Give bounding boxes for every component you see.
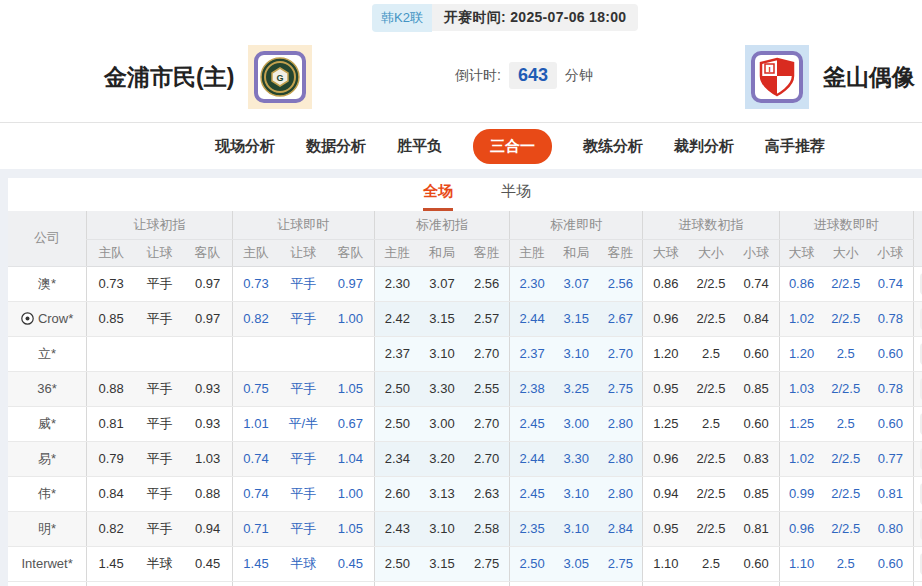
odds-cell[interactable]: 平手 bbox=[279, 266, 326, 301]
odds-cell[interactable]: 2.55 bbox=[464, 371, 509, 406]
odds-cell[interactable]: 2.38 bbox=[510, 371, 554, 406]
odds-cell[interactable]: 0.60 bbox=[734, 336, 779, 371]
odds-cell[interactable]: 平手 bbox=[135, 511, 183, 546]
odds-cell[interactable]: 3.10 bbox=[420, 511, 464, 546]
odds-cell[interactable]: 3.30 bbox=[420, 371, 464, 406]
odds-cell[interactable]: 2.30 bbox=[510, 266, 554, 301]
odds-cell[interactable]: 2.35 bbox=[510, 511, 554, 546]
odds-cell[interactable]: 1.10 bbox=[779, 546, 823, 581]
odds-cell[interactable]: 0.74 bbox=[734, 266, 779, 301]
odds-cell[interactable]: 平手 bbox=[279, 511, 326, 546]
odds-cell[interactable]: 2.5 bbox=[823, 406, 867, 441]
odds-cell[interactable]: 1.45 bbox=[232, 546, 279, 581]
odds-cell[interactable]: 平手 bbox=[279, 441, 326, 476]
odds-cell[interactable]: 半球 bbox=[135, 546, 183, 581]
odds-cell[interactable]: 0.95 bbox=[643, 371, 688, 406]
odds-cell[interactable]: 2.75 bbox=[598, 371, 642, 406]
detail-cell[interactable] bbox=[913, 441, 922, 476]
odds-cell[interactable]: 2.80 bbox=[598, 406, 642, 441]
detail-cell[interactable] bbox=[913, 266, 922, 301]
odds-cell[interactable]: 1.20 bbox=[779, 336, 823, 371]
odds-cell[interactable]: 平手 bbox=[135, 441, 183, 476]
odds-cell[interactable]: 0.97 bbox=[184, 266, 232, 301]
odds-cell[interactable]: 2/2.5 bbox=[823, 476, 867, 511]
nav-tab-3[interactable]: 胜平负 bbox=[397, 137, 442, 156]
odds-cell[interactable]: 2.37 bbox=[374, 336, 419, 371]
odds-cell[interactable]: 2.5 bbox=[688, 336, 733, 371]
company-cell[interactable]: Interwet* bbox=[8, 546, 87, 581]
odds-cell[interactable]: 0.60 bbox=[734, 406, 779, 441]
odds-cell[interactable]: 平手 bbox=[135, 476, 183, 511]
company-cell[interactable]: Crow* bbox=[8, 301, 87, 336]
odds-cell[interactable]: 2.5 bbox=[823, 336, 867, 371]
odds-cell[interactable]: 3.07 bbox=[420, 266, 464, 301]
odds-cell[interactable]: 0.93 bbox=[184, 371, 232, 406]
odds-cell[interactable]: 2.70 bbox=[464, 336, 509, 371]
odds-cell[interactable]: 3.10 bbox=[554, 336, 598, 371]
odds-cell[interactable]: 2.43 bbox=[374, 511, 419, 546]
odds-cell[interactable]: 2.57 bbox=[464, 301, 509, 336]
odds-cell[interactable]: 2/2.5 bbox=[688, 301, 733, 336]
odds-cell[interactable] bbox=[135, 336, 183, 371]
odds-cell[interactable]: 2.56 bbox=[598, 266, 642, 301]
odds-cell[interactable]: 1.25 bbox=[779, 406, 823, 441]
odds-cell[interactable]: 0.88 bbox=[184, 476, 232, 511]
odds-cell[interactable]: 3.30 bbox=[554, 441, 598, 476]
odds-cell[interactable]: 3.00 bbox=[554, 406, 598, 441]
odds-cell[interactable]: 0.79 bbox=[87, 441, 135, 476]
odds-cell[interactable]: 2.70 bbox=[464, 406, 509, 441]
odds-cell[interactable]: 2.70 bbox=[598, 336, 642, 371]
odds-cell[interactable]: 0.77 bbox=[868, 441, 913, 476]
odds-cell[interactable]: 3.00 bbox=[420, 406, 464, 441]
detail-cell[interactable] bbox=[913, 336, 922, 371]
odds-cell[interactable]: 1.20 bbox=[643, 336, 688, 371]
odds-cell[interactable]: 2.42 bbox=[374, 301, 419, 336]
company-cell[interactable]: 澳* bbox=[8, 266, 87, 301]
odds-cell[interactable]: 1.03 bbox=[779, 371, 823, 406]
odds-cell[interactable]: 1.45 bbox=[87, 546, 135, 581]
odds-cell[interactable]: 2.80 bbox=[598, 476, 642, 511]
odds-cell[interactable]: 0.86 bbox=[779, 266, 823, 301]
odds-cell[interactable]: 2/2.5 bbox=[823, 441, 867, 476]
odds-cell[interactable]: 2.84 bbox=[598, 511, 642, 546]
odds-cell[interactable]: 0.85 bbox=[734, 476, 779, 511]
odds-cell[interactable] bbox=[184, 336, 232, 371]
odds-cell[interactable]: 1.05 bbox=[327, 511, 374, 546]
odds-cell[interactable]: 2.58 bbox=[464, 511, 509, 546]
odds-cell[interactable]: 0.74 bbox=[232, 476, 279, 511]
odds-cell[interactable]: 0.93 bbox=[184, 406, 232, 441]
odds-cell[interactable] bbox=[87, 336, 135, 371]
sub-tab-1[interactable]: 全场 bbox=[423, 182, 453, 211]
odds-cell[interactable]: 1.02 bbox=[779, 441, 823, 476]
odds-cell[interactable]: 0.73 bbox=[87, 266, 135, 301]
odds-cell[interactable]: 2.37 bbox=[510, 336, 554, 371]
odds-cell[interactable] bbox=[232, 336, 279, 371]
odds-cell[interactable]: 1.10 bbox=[643, 546, 688, 581]
odds-cell[interactable]: 3.10 bbox=[554, 476, 598, 511]
odds-cell[interactable]: 0.45 bbox=[327, 546, 374, 581]
odds-cell[interactable]: 0.60 bbox=[868, 406, 913, 441]
odds-cell[interactable]: 2.63 bbox=[464, 476, 509, 511]
odds-cell[interactable]: 0.71 bbox=[232, 511, 279, 546]
odds-cell[interactable]: 3.15 bbox=[420, 546, 464, 581]
odds-cell[interactable]: 3.20 bbox=[420, 441, 464, 476]
odds-cell[interactable]: 平手 bbox=[279, 301, 326, 336]
odds-cell[interactable]: 0.74 bbox=[232, 441, 279, 476]
odds-cell[interactable]: 2.50 bbox=[374, 371, 419, 406]
odds-cell[interactable]: 2/2.5 bbox=[823, 511, 867, 546]
odds-cell[interactable]: 0.97 bbox=[184, 301, 232, 336]
company-cell[interactable]: 易* bbox=[8, 441, 87, 476]
odds-cell[interactable]: 3.13 bbox=[420, 476, 464, 511]
odds-cell[interactable]: 2.44 bbox=[510, 301, 554, 336]
odds-cell[interactable]: 2/2.5 bbox=[823, 301, 867, 336]
odds-cell[interactable]: 1.25 bbox=[643, 406, 688, 441]
odds-cell[interactable]: 3.07 bbox=[554, 266, 598, 301]
odds-cell[interactable]: 0.85 bbox=[734, 371, 779, 406]
odds-cell[interactable] bbox=[279, 336, 326, 371]
odds-cell[interactable]: 0.95 bbox=[643, 511, 688, 546]
odds-cell[interactable]: 0.82 bbox=[87, 511, 135, 546]
odds-cell[interactable]: 2.60 bbox=[374, 476, 419, 511]
detail-cell[interactable] bbox=[913, 546, 922, 581]
company-cell[interactable]: 36* bbox=[8, 371, 87, 406]
odds-cell[interactable]: 0.60 bbox=[868, 546, 913, 581]
